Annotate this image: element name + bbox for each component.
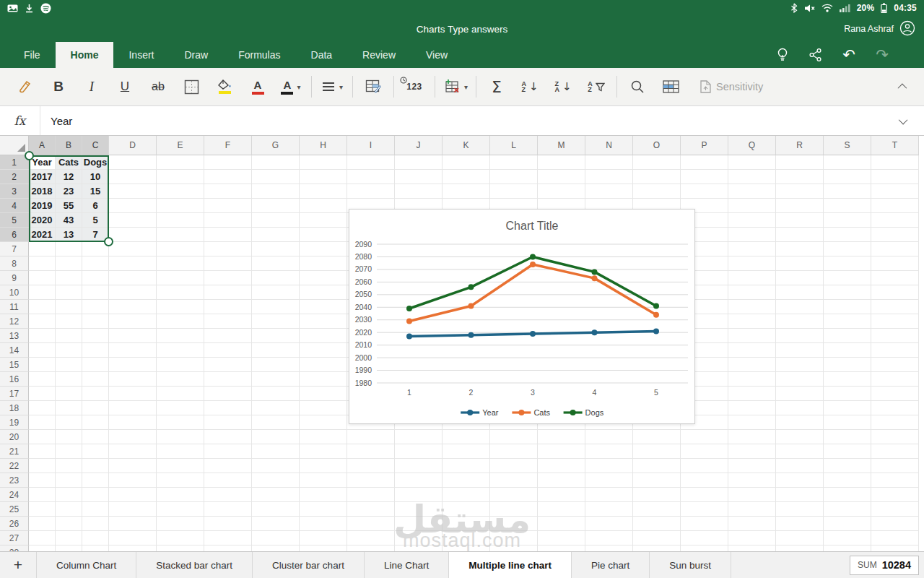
column-header-J[interactable]: J [395,136,443,155]
cell-T7[interactable] [871,242,919,256]
cell-F10[interactable] [204,285,252,300]
cell-P27[interactable] [681,531,728,545]
cell-J27[interactable] [395,531,443,545]
cell-B14[interactable] [56,343,82,358]
cell-T19[interactable] [871,415,919,430]
cell-E18[interactable] [157,401,204,415]
cell-G25[interactable] [252,502,300,517]
cell-D7[interactable] [109,242,157,256]
cell-O20[interactable] [633,430,681,444]
cell-R12[interactable] [776,314,824,329]
cell-H6[interactable] [300,228,347,242]
cell-F15[interactable] [204,358,252,372]
cell-G10[interactable] [252,285,300,300]
cell-A20[interactable] [29,430,56,444]
cell-F23[interactable] [204,473,252,488]
cell-F5[interactable] [204,213,252,228]
cell-I28[interactable] [347,545,395,551]
cell-G4[interactable] [252,199,300,213]
cell-S23[interactable] [824,473,871,488]
cell-T21[interactable] [871,444,919,459]
cell-E9[interactable] [157,271,204,285]
menu-tab-formulas[interactable]: Formulas [223,42,295,68]
menu-tab-file[interactable]: File [9,42,56,68]
cell-H18[interactable] [300,401,347,415]
cell-N3[interactable] [585,184,633,199]
cell-T8[interactable] [871,256,919,271]
row-header-21[interactable]: 21 [0,444,29,459]
cell-O2[interactable] [633,170,681,184]
cell-F20[interactable] [204,430,252,444]
cell-S21[interactable] [824,444,871,459]
cell-P23[interactable] [681,473,728,488]
cell-Q25[interactable] [728,502,776,517]
cell-A6[interactable]: 2021 [29,228,56,242]
cell-M25[interactable] [538,502,585,517]
cell-F7[interactable] [204,242,252,256]
cell-H4[interactable] [300,199,347,213]
cell-C2[interactable]: 10 [82,170,109,184]
cell-Q14[interactable] [728,343,776,358]
cell-B1[interactable]: Cats [56,155,82,170]
row-header-16[interactable]: 16 [0,372,29,387]
cell-L27[interactable] [490,531,538,545]
cell-T3[interactable] [871,184,919,199]
cell-E21[interactable] [157,444,204,459]
cell-N20[interactable] [585,430,633,444]
cell-N25[interactable] [585,502,633,517]
cell-Q1[interactable] [728,155,776,170]
cell-I23[interactable] [347,473,395,488]
column-header-T[interactable]: T [871,136,919,155]
cell-R18[interactable] [776,401,824,415]
cell-P21[interactable] [681,444,728,459]
autosum-button[interactable]: Σ [480,72,513,102]
cell-C5[interactable]: 5 [82,213,109,228]
cell-G8[interactable] [252,256,300,271]
cell-I2[interactable] [347,170,395,184]
cell-Q16[interactable] [728,372,776,387]
cell-C20[interactable] [82,430,109,444]
cell-F16[interactable] [204,372,252,387]
cell-A10[interactable] [29,285,56,300]
number-format-button[interactable]: 123 [398,72,431,102]
column-header-S[interactable]: S [824,136,871,155]
cell-A15[interactable] [29,358,56,372]
cell-P3[interactable] [681,184,728,199]
cell-C23[interactable] [82,473,109,488]
cell-G3[interactable] [252,184,300,199]
sheet-tab-multiple-line-chart[interactable]: Multiple line chart [448,552,571,578]
cell-L26[interactable] [490,517,538,531]
column-header-G[interactable]: G [252,136,300,155]
cell-B3[interactable]: 23 [56,184,82,199]
cell-E19[interactable] [157,415,204,430]
cell-T20[interactable] [871,430,919,444]
menu-tab-home[interactable]: Home [56,42,114,68]
cell-M27[interactable] [538,531,585,545]
cell-C9[interactable] [82,271,109,285]
cell-S25[interactable] [824,502,871,517]
cell-A23[interactable] [29,473,56,488]
column-header-P[interactable]: P [681,136,728,155]
formula-bar-expand-button[interactable] [884,118,924,124]
cell-C4[interactable]: 6 [82,199,109,213]
cell-Q13[interactable] [728,329,776,343]
cell-D11[interactable] [109,300,157,314]
cell-G21[interactable] [252,444,300,459]
cell-A25[interactable] [29,502,56,517]
cell-B2[interactable]: 12 [56,170,82,184]
cell-J24[interactable] [395,488,443,502]
cell-N22[interactable] [585,459,633,473]
cell-R26[interactable] [776,517,824,531]
cell-L24[interactable] [490,488,538,502]
cell-C8[interactable] [82,256,109,271]
row-header-14[interactable]: 14 [0,343,29,358]
row-header-4[interactable]: 4 [0,199,29,213]
cell-T11[interactable] [871,300,919,314]
alignment-button[interactable]: ▾ [315,72,349,102]
cell-R1[interactable] [776,155,824,170]
cell-R5[interactable] [776,213,824,228]
formula-input[interactable]: Year [40,115,884,127]
cell-O24[interactable] [633,488,681,502]
cell-R2[interactable] [776,170,824,184]
cell-D15[interactable] [109,358,157,372]
